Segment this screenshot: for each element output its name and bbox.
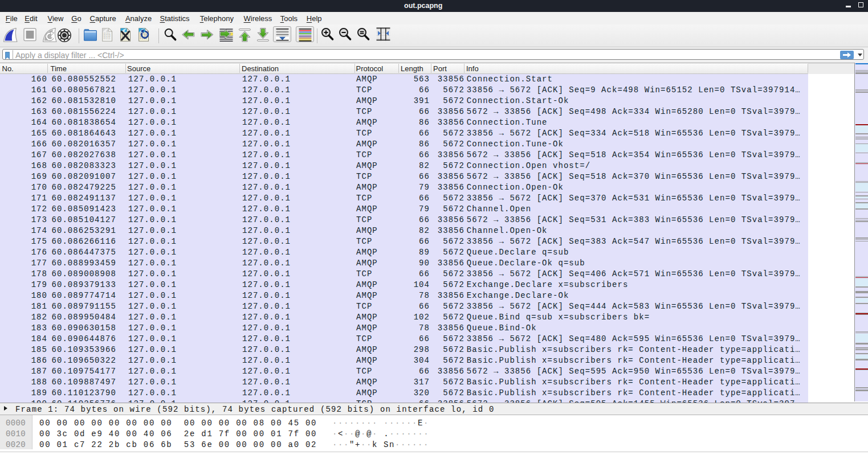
svg-text:0111: 0111 <box>104 37 111 40</box>
